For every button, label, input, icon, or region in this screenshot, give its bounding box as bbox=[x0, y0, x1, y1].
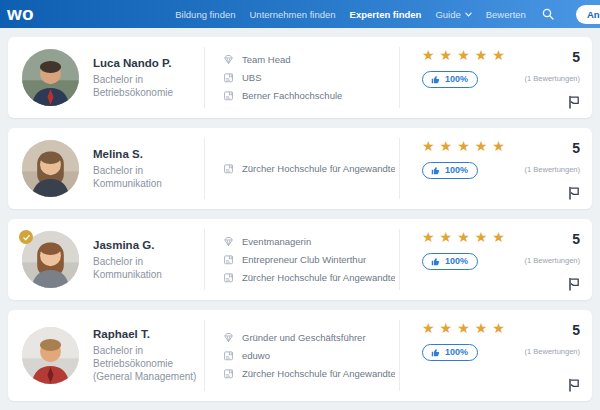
star-icon: ★ bbox=[440, 138, 458, 154]
detail-row: eduwo bbox=[223, 350, 395, 361]
expert-card[interactable]: Luca Nando P. Bachelor in Betriebsökonom… bbox=[8, 37, 592, 118]
rating-left: ★★★★★ 100% bbox=[422, 139, 510, 200]
report-flag-icon[interactable] bbox=[567, 277, 580, 291]
star-icon: ★ bbox=[492, 320, 510, 336]
rating-score: 5 bbox=[572, 141, 580, 155]
expert-name: Raphael T. bbox=[93, 328, 198, 340]
report-flag-icon[interactable] bbox=[567, 378, 580, 392]
rating-right: 5 (1 Bewertungen) bbox=[525, 321, 580, 392]
recommendation-badge: 100% bbox=[422, 344, 478, 361]
organization-icon bbox=[223, 163, 234, 174]
stars-row: ★★★★★ bbox=[422, 48, 510, 62]
recommendation-badge: 100% bbox=[422, 71, 478, 88]
star-icon: ★ bbox=[492, 138, 510, 154]
expert-name: Jasmina G. bbox=[93, 239, 198, 251]
rating-right: 5 (1 Bewertungen) bbox=[525, 48, 580, 109]
nav-item-unternehmen-finden[interactable]: Unternehmen finden bbox=[249, 9, 335, 20]
star-icon: ★ bbox=[457, 47, 475, 63]
organization-icon bbox=[223, 368, 234, 379]
detail-text: Zürcher Hochschule für Angewandte ... bbox=[242, 272, 395, 283]
detail-text: Eventmanagerin bbox=[242, 236, 311, 247]
star-icon: ★ bbox=[422, 138, 440, 154]
nav-label: Guide bbox=[435, 9, 460, 20]
gem-icon bbox=[223, 54, 234, 65]
star-icon: ★ bbox=[457, 229, 475, 245]
stars-row: ★★★★★ bbox=[422, 321, 510, 335]
expert-name: Melina S. bbox=[93, 148, 198, 160]
rating-reviews-count: (1 Bewertungen) bbox=[525, 74, 580, 83]
nav-item-guide[interactable]: Guide bbox=[435, 9, 471, 20]
rating-score: 5 bbox=[572, 232, 580, 246]
expert-card[interactable]: Melina S. Bachelor in Kommunikation Zürc… bbox=[8, 128, 592, 209]
nav-label: Bewerten bbox=[486, 9, 526, 20]
report-flag-icon[interactable] bbox=[567, 186, 580, 200]
detail-text: Entrepreneur Club Winterthur bbox=[242, 254, 366, 265]
detail-text: Zürcher Hochschule für Angewandte ... bbox=[242, 368, 395, 379]
rating-score: 5 bbox=[572, 323, 580, 337]
rating-reviews-count: (1 Bewertungen) bbox=[525, 256, 580, 265]
nav-item-bewerten[interactable]: Bewerten bbox=[486, 9, 526, 20]
profile-column: Jasmina G. Bachelor in Kommunikation bbox=[8, 219, 204, 300]
signin-button[interactable]: Anm bbox=[576, 5, 600, 24]
percent-label: 100% bbox=[445, 256, 468, 266]
detail-row: Gründer und Geschäftsführer bbox=[223, 332, 395, 343]
detail-row: Team Head bbox=[223, 54, 395, 65]
detail-row: Zürcher Hochschule für Angewandte ... bbox=[223, 368, 395, 379]
top-navigation-bar: wo Bildung finden Unternehmen finden Exp… bbox=[0, 0, 600, 28]
expert-degree: Bachelor in Kommunikation bbox=[93, 255, 198, 281]
profile-column: Melina S. Bachelor in Kommunikation bbox=[8, 128, 204, 209]
avatar bbox=[22, 327, 79, 384]
expert-card[interactable]: Raphael T. Bachelor in Betriebsökonomie … bbox=[8, 310, 592, 401]
gem-icon bbox=[223, 236, 234, 247]
chevron-down-icon bbox=[465, 12, 472, 17]
profile-text: Luca Nando P. Bachelor in Betriebsökonom… bbox=[93, 57, 198, 99]
detail-text: UBS bbox=[242, 72, 262, 83]
detail-row: UBS bbox=[223, 72, 395, 83]
profile-column: Luca Nando P. Bachelor in Betriebsökonom… bbox=[8, 37, 204, 118]
rating-column: ★★★★★ 100% 5 (1 Bewertungen) bbox=[400, 128, 592, 209]
logo[interactable]: wo bbox=[7, 4, 34, 23]
star-icon: ★ bbox=[457, 138, 475, 154]
details-list: EventmanagerinEntrepreneur Club Winterth… bbox=[205, 219, 399, 300]
star-icon: ★ bbox=[422, 229, 440, 245]
star-icon: ★ bbox=[475, 229, 493, 245]
stars-row: ★★★★★ bbox=[422, 230, 510, 244]
star-icon: ★ bbox=[422, 320, 440, 336]
avatar bbox=[22, 140, 79, 197]
detail-row: Entrepreneur Club Winterthur bbox=[223, 254, 395, 265]
star-icon: ★ bbox=[475, 320, 493, 336]
profile-text: Jasmina G. Bachelor in Kommunikation bbox=[93, 239, 198, 281]
gem-icon bbox=[223, 332, 234, 343]
organization-icon bbox=[223, 72, 234, 83]
experts-list: Luca Nando P. Bachelor in Betriebsökonom… bbox=[0, 28, 600, 410]
detail-text: Berner Fachhochschule bbox=[242, 90, 342, 101]
recommendation-badge: 100% bbox=[422, 162, 478, 179]
details-list: Gründer und GeschäftsführereduwoZürcher … bbox=[205, 310, 399, 401]
rating-left: ★★★★★ 100% bbox=[422, 48, 510, 109]
rating-column: ★★★★★ 100% 5 (1 Bewertungen) bbox=[400, 37, 592, 118]
details-list: Zürcher Hochschule für Angewandte ... bbox=[205, 128, 399, 209]
profile-text: Melina S. Bachelor in Kommunikation bbox=[93, 148, 198, 190]
star-icon: ★ bbox=[475, 47, 493, 63]
organization-icon bbox=[223, 90, 234, 101]
search-icon[interactable] bbox=[540, 6, 556, 22]
star-icon: ★ bbox=[475, 138, 493, 154]
expert-degree: Bachelor in Betriebsökonomie bbox=[93, 73, 198, 99]
thumbs-up-icon bbox=[431, 257, 440, 266]
rating-right: 5 (1 Bewertungen) bbox=[525, 139, 580, 200]
percent-label: 100% bbox=[445, 74, 468, 84]
profile-column: Raphael T. Bachelor in Betriebsökonomie … bbox=[8, 310, 204, 401]
profile-text: Raphael T. Bachelor in Betriebsökonomie … bbox=[93, 328, 198, 383]
rating-reviews-count: (1 Bewertungen) bbox=[525, 347, 580, 356]
nav-item-experten-finden[interactable]: Experten finden bbox=[350, 9, 422, 20]
main-nav: Bildung finden Unternehmen finden Expert… bbox=[175, 5, 600, 24]
stars-row: ★★★★★ bbox=[422, 139, 510, 153]
details-list: Team HeadUBSBerner Fachhochschule bbox=[205, 37, 399, 118]
report-flag-icon[interactable] bbox=[567, 95, 580, 109]
rating-score: 5 bbox=[572, 50, 580, 64]
avatar bbox=[22, 49, 79, 106]
nav-item-bildung-finden[interactable]: Bildung finden bbox=[175, 9, 235, 20]
rating-column: ★★★★★ 100% 5 (1 Bewertungen) bbox=[400, 310, 592, 401]
detail-row: Eventmanagerin bbox=[223, 236, 395, 247]
expert-card[interactable]: Jasmina G. Bachelor in Kommunikation Eve… bbox=[8, 219, 592, 300]
